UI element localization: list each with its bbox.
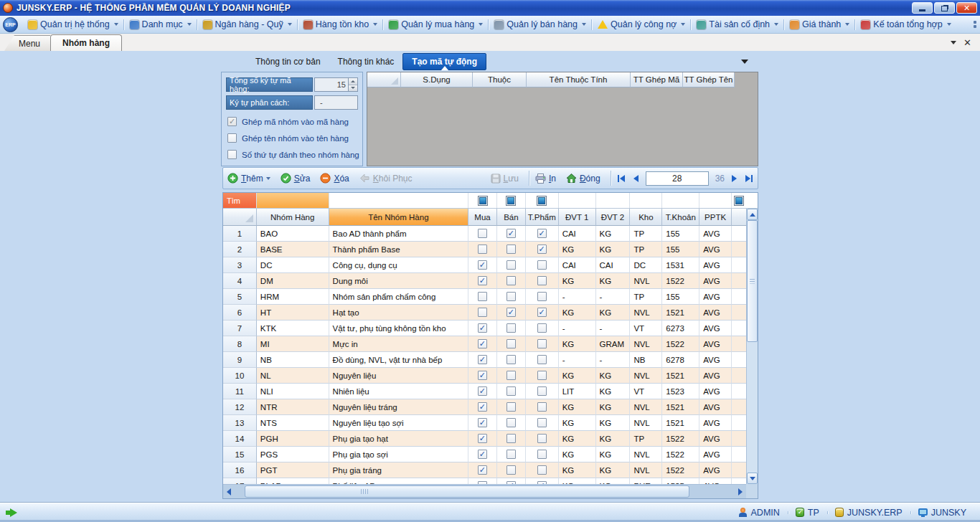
column-header-5[interactable]: T.Phẩm [526,209,559,226]
menu-item[interactable]: Quản lý mua hàng [383,17,489,32]
cell-mua-checkbox[interactable] [468,305,497,321]
checkbox[interactable] [478,260,487,270]
cell-tpham-checkbox[interactable] [526,242,559,257]
table-row[interactable]: 16PGTPhụ gia trángKGKGNVL1522AVG [223,462,758,478]
filter-checkbox[interactable] [478,196,488,206]
cell-ban-checkbox[interactable] [497,257,526,273]
checkbox[interactable] [537,418,547,427]
menu-item[interactable]: Giá thành [784,17,855,32]
checkbox[interactable] [537,260,547,270]
cell-tpham-checkbox[interactable] [526,257,559,273]
checkbox[interactable] [478,465,487,475]
column-header-8[interactable]: Kho [630,209,662,226]
inner-tab-dropdown-icon[interactable] [741,60,748,64]
first-page-button[interactable] [617,174,626,183]
menu-item[interactable]: Quản lý bán hàng [489,17,592,32]
inner-tab-thông-tin-cơ-bản[interactable]: Thông tin cơ bản [247,54,329,70]
cell-mua-checkbox[interactable] [468,447,497,462]
attr-column-header[interactable]: Tên Thuộc Tính [527,72,631,87]
table-row[interactable]: 8MIMực inKGGRAMNVL1522AVG [223,336,758,352]
menu-item[interactable]: Quản trị hệ thống [22,17,124,32]
spinner-up-icon[interactable] [349,78,357,85]
filter-cell[interactable] [257,193,329,208]
cell-tpham-checkbox[interactable] [526,336,559,352]
checkbox[interactable] [507,450,516,459]
inner-tab-tạo-mã-tự-động[interactable]: Tạo mã tự động [402,53,486,70]
cell-ban-checkbox[interactable] [497,321,526,336]
menu-item[interactable]: Danh mục [124,17,197,32]
cell-mua-checkbox[interactable] [468,242,497,257]
table-row[interactable]: 2BASEThành phẩm BaseKGKGTP155AVG [223,242,758,257]
cell-mua-checkbox[interactable] [468,226,497,242]
cell-mua-checkbox[interactable] [468,478,497,484]
checkbox[interactable] [507,355,516,364]
attr-column-header[interactable]: TT Ghép Mã [631,72,683,87]
close-view-button[interactable]: Đóng [566,173,600,184]
cell-ban-checkbox[interactable] [497,384,526,399]
checkbox[interactable] [537,323,547,333]
cell-tpham-checkbox[interactable] [526,399,559,415]
menu-item[interactable]: Quản lý công nợ [592,17,691,32]
add-button[interactable]: Thêm [227,173,270,184]
cell-tpham-checkbox[interactable] [526,352,559,368]
checkbox[interactable] [227,150,237,159]
table-row[interactable]: 9NBĐồ dùng, NVL, vật tư nhà bếp--NB6278A… [223,352,758,368]
checkbox[interactable] [478,386,487,396]
checkbox[interactable] [507,245,516,254]
table-row[interactable]: 12NTRNguyên liệu trángKGKGNVL1521AVG [223,399,758,415]
checkbox[interactable] [478,434,487,443]
checkbox[interactable] [478,339,487,348]
filter-checkbox[interactable] [734,196,744,206]
column-header-1[interactable]: Nhóm Hàng [257,209,329,226]
filter-find-cell[interactable]: Tìm [223,193,257,208]
filter-cell[interactable] [630,193,662,208]
column-header-3[interactable]: Mua [468,209,497,226]
table-row[interactable]: 10NLNguyên liệuKGKGNVL1521AVG [223,368,758,384]
table-row[interactable]: 7KTKVật tư, phụ tùng không tồn kho--VT62… [223,321,758,336]
cell-tpham-checkbox[interactable] [526,431,559,447]
cell-mua-checkbox[interactable] [468,289,497,305]
cell-ban-checkbox[interactable] [497,242,526,257]
scroll-down-icon[interactable] [747,473,758,484]
minimize-button[interactable] [912,2,933,14]
attr-column-header[interactable]: S.Dụng [401,72,473,87]
cell-tpham-checkbox[interactable] [526,273,559,289]
filter-cell[interactable] [526,193,559,208]
delete-button[interactable]: Xóa [320,173,349,184]
next-page-button[interactable] [731,174,738,183]
attr-column-header[interactable]: Thuộc [473,72,527,87]
cell-mua-checkbox[interactable] [468,352,497,368]
checkbox[interactable] [478,245,487,254]
cell-ban-checkbox[interactable] [497,478,526,484]
scroll-left-icon[interactable] [223,485,235,498]
table-row[interactable]: 13NTSNguyên liệu tạo sợiKGKGNVL1521AVG [223,415,758,431]
restore-button[interactable] [934,2,955,14]
menu-item[interactable]: Hàng tồn kho [298,17,383,32]
field-input[interactable] [314,77,349,92]
checkbox[interactable] [507,308,516,317]
table-row[interactable]: 1BAOBao AD thành phẩmCAIKGTP155AVG [223,226,758,242]
menu-overflow-icon[interactable] [971,17,979,32]
current-record-input[interactable] [646,171,709,186]
table-row[interactable]: 6HTHạt tạoKGKGNVL1521AVG [223,305,758,321]
cell-tpham-checkbox[interactable] [526,462,559,478]
checkbox[interactable] [507,386,516,396]
checkbox[interactable] [537,339,547,348]
filter-cell[interactable] [559,193,596,208]
save-button[interactable]: Lưu [491,174,519,184]
checkbox[interactable] [478,308,487,317]
cell-ban-checkbox[interactable] [497,305,526,321]
checkbox[interactable] [537,402,547,412]
checkbox[interactable] [537,386,547,396]
cell-ban-checkbox[interactable] [497,273,526,289]
cell-ban-checkbox[interactable] [497,447,526,462]
cell-ban-checkbox[interactable] [497,352,526,368]
cell-tpham-checkbox[interactable] [526,368,559,384]
cell-ban-checkbox[interactable] [497,415,526,431]
table-row[interactable]: 14PGHPhụ gia tạo hạtKGKGTP1522AVG [223,431,758,447]
table-row[interactable]: 11NLINhiên liệuLITKGVT1523AVG [223,384,758,399]
spinner-down-icon[interactable] [349,85,357,92]
checkbox[interactable] [537,434,547,443]
checkbox[interactable] [478,229,487,238]
checkbox[interactable] [537,371,547,380]
